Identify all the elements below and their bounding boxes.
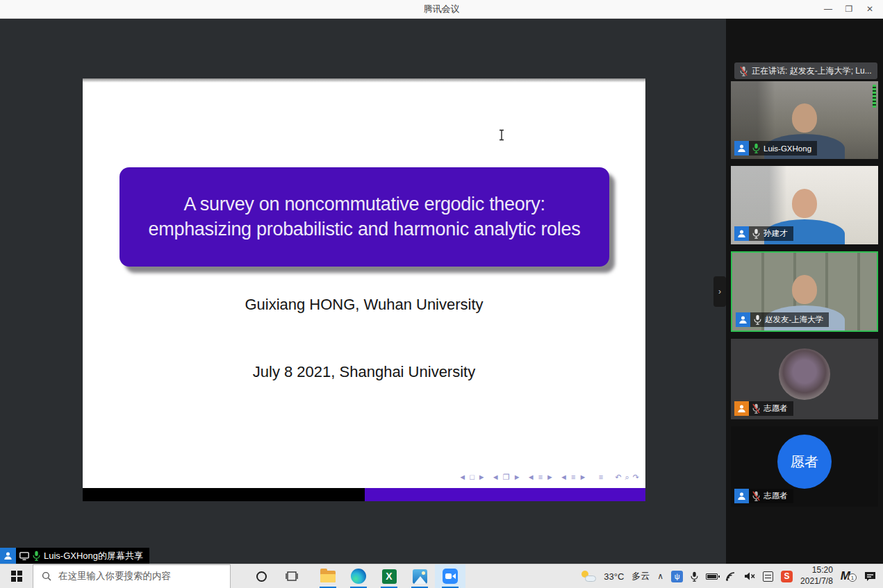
battery-icon[interactable]: [706, 573, 718, 580]
participant-namebar: 志愿者: [734, 489, 793, 503]
search-icon: [42, 571, 51, 581]
mic-muted-icon: [752, 403, 760, 414]
tray-mic-icon[interactable]: [691, 571, 698, 582]
restore-button[interactable]: ❐: [839, 0, 859, 18]
slide-top-shadow: [83, 78, 645, 83]
file-explorer-button[interactable]: [313, 564, 343, 588]
network-signal-icon[interactable]: [725, 571, 736, 581]
beamer-navigation-icons: ◄ □ ► ◄ ❐ ► ◄ ≡ ► ◄ ≡ ► ≡ ↶ ⌕ ↷: [459, 473, 640, 482]
now-speaking-text: 正在讲话: 赵发友-上海大学; Lu...: [752, 65, 872, 77]
file-explorer-icon: [320, 571, 336, 582]
window-titlebar: 腾讯会议 — ❐ ✕: [0, 0, 883, 19]
share-label-pill: Luis-GXHong的屏幕共享: [16, 548, 149, 564]
shared-screen-stage: A survey on noncommutative ergodic theor…: [0, 19, 726, 564]
weather-condition[interactable]: 多云: [632, 570, 650, 582]
task-view-icon: [286, 571, 298, 582]
share-label-text: Luis-GXHong的屏幕共享: [44, 550, 143, 562]
presentation-slide: A survey on noncommutative ergodic theor…: [83, 78, 645, 488]
participant-name: Luis-GXHong: [764, 144, 811, 153]
participant-namebar: Luis-GXHong: [734, 141, 817, 156]
screen-share-icon: [19, 552, 29, 560]
now-speaking-banner: 正在讲话: 赵发友-上海大学; Lu...: [734, 62, 877, 79]
start-button[interactable]: [0, 564, 33, 588]
slide-title-box: A survey on noncommutative ergodic theor…: [119, 167, 609, 267]
audio-level-indicator: [873, 85, 876, 108]
participant-namebar: 志愿者: [734, 401, 793, 416]
participant-namebar: 孙建才: [734, 226, 793, 241]
mic-on-icon: [752, 143, 760, 153]
participant-avatar: [779, 348, 830, 400]
cortana-button[interactable]: [246, 564, 277, 588]
mic-muted-icon: [752, 491, 760, 501]
slide-author: Guixiang HONG, Wuhan University: [83, 296, 645, 314]
person-icon: [3, 551, 13, 560]
participant-role-icon: [734, 401, 749, 416]
cortana-icon: [256, 571, 267, 582]
minimize-button[interactable]: —: [818, 0, 839, 18]
mic-on-icon: [752, 228, 760, 239]
slide-footer-black-bar: [83, 488, 365, 501]
text-cursor-icon: [498, 129, 505, 141]
weather-temp[interactable]: 33°C: [604, 571, 624, 582]
share-status-overlay: Luis-GXHong的屏幕共享: [0, 548, 149, 564]
participant-namebar: 赵发友-上海大学: [736, 312, 829, 327]
edge-icon: [351, 569, 366, 584]
ime-mode-icon[interactable]: M 1: [841, 569, 857, 583]
taskbar-search-input[interactable]: 在这里输入你要搜索的内容: [33, 564, 231, 588]
sidebar-expand-handle[interactable]: ›: [713, 276, 726, 307]
search-placeholder: 在这里输入你要搜索的内容: [58, 570, 171, 582]
participant-role-icon: [734, 141, 749, 156]
video-tile-zhaofayou[interactable]: 赵发友-上海大学: [731, 251, 878, 332]
participant-name: 赵发友-上海大学: [765, 314, 823, 325]
mic-on-icon: [754, 314, 761, 325]
taskbar-clock[interactable]: 15:20 2021/7/8: [800, 565, 833, 587]
window-controls: — ❐ ✕: [818, 0, 880, 18]
excel-icon: X: [382, 569, 397, 584]
close-button[interactable]: ✕: [859, 0, 880, 18]
sogou-input-icon[interactable]: S: [781, 571, 793, 582]
participant-role-icon: [734, 489, 749, 503]
photos-button[interactable]: [404, 564, 435, 588]
sharer-avatar-badge: [0, 548, 16, 564]
volume-muted-icon[interactable]: [744, 571, 755, 581]
windows-taskbar: 在这里输入你要搜索的内容 X: [0, 564, 883, 588]
ime-badge: 1: [848, 573, 857, 582]
video-tile-volunteer-1[interactable]: 志愿者: [731, 339, 878, 419]
photos-icon: [413, 569, 427, 584]
slide-date: July 8 2021, Shanghai University: [83, 363, 645, 381]
excel-button[interactable]: X: [374, 564, 404, 588]
mic-muted-icon: [740, 66, 748, 76]
participant-role-icon: [736, 312, 750, 327]
participant-avatar: 愿者: [777, 435, 832, 489]
window-title: 腾讯会议: [424, 3, 460, 15]
ime-indicator-icon[interactable]: [763, 571, 773, 582]
participant-name: 孙建才: [764, 228, 788, 239]
participant-role-icon: [734, 226, 749, 241]
mic-on-icon: [33, 551, 40, 561]
video-tile-volunteer-2[interactable]: 愿者 志愿者: [731, 426, 878, 507]
screen: 腾讯会议 — ❐ ✕ A survey on noncommutative er…: [0, 0, 883, 588]
tencent-meeting-button[interactable]: [435, 564, 465, 588]
tencent-meeting-icon: [443, 569, 458, 584]
video-tile-luis-gxhong[interactable]: Luis-GXHong: [731, 81, 878, 159]
tray-overflow-chevron[interactable]: ∧: [657, 571, 663, 581]
weather-icon[interactable]: [581, 571, 596, 582]
system-tray: 33°C 多云 ∧ ψ S 15:20 2021/7/8 M 1: [581, 564, 883, 588]
action-center-button[interactable]: [864, 571, 876, 582]
participant-name: 志愿者: [764, 403, 788, 414]
task-view-button[interactable]: [277, 564, 307, 588]
edge-button[interactable]: [343, 564, 374, 588]
clock-time: 15:20: [800, 565, 833, 576]
video-tile-sunjiancai[interactable]: 孙建才: [731, 166, 878, 244]
clock-date: 2021/7/8: [800, 576, 833, 587]
participant-name: 志愿者: [764, 491, 788, 501]
usb-device-icon[interactable]: ψ: [671, 571, 683, 582]
slide-title: A survey on noncommutative ergodic theor…: [138, 192, 591, 241]
slide-footer-purple-bar: [365, 488, 645, 501]
windows-logo-icon: [11, 571, 22, 582]
